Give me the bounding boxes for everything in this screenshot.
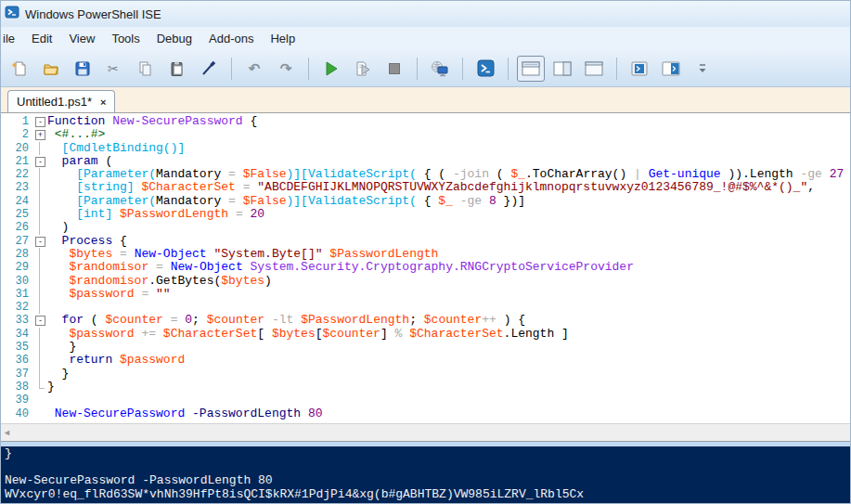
fold-collapse-icon[interactable]: -	[33, 314, 47, 327]
clear-console-pane-button[interactable]	[195, 56, 223, 82]
cut-button[interactable]: ✂	[100, 56, 128, 82]
console-pane[interactable]: }New-SecurePassword -PasswordLength 80WV…	[1, 446, 850, 504]
new-remote-powershell-tab-button[interactable]	[426, 56, 454, 82]
fold-guide	[33, 142, 47, 155]
code-line-34[interactable]: 34 $password += $CharacterSet[ $bytes[$c…	[1, 328, 850, 341]
start-powershell-button[interactable]	[471, 56, 499, 82]
code-line-2[interactable]: 2+ <#...#>	[1, 128, 850, 141]
stop-icon	[386, 60, 403, 77]
fold-guide	[33, 301, 47, 314]
code-line-28[interactable]: 28 $bytes = New-Object "System.Byte[]" $…	[1, 248, 850, 261]
new-script-button[interactable]	[6, 56, 33, 82]
app-icon	[5, 5, 19, 23]
line-number: 28	[1, 248, 33, 261]
redo-icon: ↷	[280, 60, 292, 77]
code-text: return $password	[47, 354, 185, 367]
line-number: 24	[1, 195, 33, 208]
code-line-37[interactable]: 37 }	[1, 368, 850, 381]
code-text: )	[47, 221, 69, 234]
menu-item-file[interactable]: ile	[1, 29, 23, 48]
fold-guide	[33, 354, 47, 367]
menu-item-view[interactable]: View	[60, 29, 103, 48]
clear-console-icon	[200, 60, 217, 77]
scroll-left-arrow-icon[interactable]: ◄	[3, 428, 11, 437]
code-line-40[interactable]: 40 New-SecurePassword -PasswordLength 80	[1, 407, 850, 420]
toolbar-overflow-button[interactable]	[689, 56, 716, 82]
save-icon	[74, 60, 91, 77]
toolbar-separator	[417, 58, 418, 80]
code-text: [Parameter(Mandatory = $False)][Validate…	[47, 195, 525, 208]
code-line-20[interactable]: 20 [CmdletBinding()]	[1, 142, 850, 155]
code-line-35[interactable]: 35 }	[1, 341, 850, 354]
line-number: 31	[1, 288, 33, 301]
redo-button[interactable]: ↷	[272, 56, 300, 82]
menu-item-debug[interactable]: Debug	[148, 29, 200, 48]
show-console-pane-button[interactable]	[657, 56, 685, 82]
line-number: 35	[1, 341, 33, 354]
code-line-23[interactable]: 23 [string] $CharacterSet = "ABCDEFGHIJK…	[1, 181, 850, 194]
fold-collapse-icon[interactable]: -	[33, 235, 47, 248]
horizontal-scrollbar[interactable]: ◄	[1, 423, 850, 442]
show-script-pane-top-button[interactable]	[517, 56, 545, 82]
code-line-39[interactable]: 39	[1, 394, 850, 407]
undo-button[interactable]: ↶	[240, 56, 268, 82]
show-script-pane-maximized-button[interactable]	[580, 56, 608, 82]
fold-collapse-icon[interactable]: -	[33, 115, 47, 128]
powershell-tab-icon	[630, 60, 649, 77]
code-line-25[interactable]: 25 [int] $PasswordLength = 20	[1, 208, 850, 221]
code-line-24[interactable]: 24 [Parameter(Mandatory = $False)][Valid…	[1, 195, 850, 208]
script-pane[interactable]: 1-Function New-SecurePassword {2+ <#...#…	[1, 113, 850, 423]
code-text: $randomisor.GetBytes($bytes)	[47, 275, 272, 288]
code-line-26[interactable]: 26 )	[1, 221, 850, 234]
code-line-29[interactable]: 29 $randomisor = New-Object System.Secur…	[1, 261, 850, 274]
run-selection-button[interactable]	[349, 56, 377, 82]
line-number: 34	[1, 328, 33, 341]
fold-gutter	[33, 407, 47, 420]
copy-icon	[137, 60, 154, 77]
code-line-22[interactable]: 22 [Parameter(Mandatory = $False)][Valid…	[1, 168, 850, 181]
save-script-button[interactable]	[69, 56, 97, 82]
line-number: 1	[1, 115, 33, 128]
copy-button[interactable]	[132, 56, 160, 82]
code-line-21[interactable]: 21- param (	[1, 155, 850, 168]
fold-guide	[33, 368, 47, 381]
close-icon[interactable]: ×	[100, 97, 106, 108]
code-text: $password += $CharacterSet[ $bytes[$coun…	[47, 328, 569, 341]
show-script-pane-right-button[interactable]	[548, 56, 576, 82]
line-number: 30	[1, 275, 33, 288]
line-number: 32	[1, 301, 33, 314]
fold-collapse-icon[interactable]: -	[33, 155, 47, 168]
code-line-30[interactable]: 30 $randomisor.GetBytes($bytes)	[1, 275, 850, 288]
code-line-31[interactable]: 31 $password = ""	[1, 288, 850, 301]
fold-guide	[33, 275, 47, 288]
stop-operation-button[interactable]	[380, 56, 408, 82]
menu-item-addons[interactable]: Add-ons	[200, 29, 262, 48]
menu-item-help[interactable]: Help	[262, 29, 303, 48]
toolbar-separator	[308, 58, 309, 80]
pane-max-icon	[585, 61, 603, 76]
code-line-1[interactable]: 1-Function New-SecurePassword {	[1, 115, 850, 128]
menu-item-edit[interactable]: Edit	[23, 29, 60, 48]
toolbar: ✂↶↷	[1, 50, 850, 87]
code-line-38[interactable]: 38}	[1, 381, 850, 394]
run-script-button[interactable]	[317, 56, 345, 82]
open-script-button[interactable]	[37, 56, 65, 82]
menu-item-tools[interactable]: Tools	[103, 29, 148, 48]
fold-expand-icon[interactable]: +	[33, 128, 47, 141]
paste-button[interactable]	[163, 56, 191, 82]
code-text: $bytes = New-Object "System.Byte[]" $Pas…	[47, 248, 438, 261]
code-line-32[interactable]: 32	[1, 301, 850, 314]
toolbar-separator	[231, 58, 232, 80]
tab-untitled1[interactable]: Untitled1.ps1* ×	[7, 90, 115, 112]
code-line-27[interactable]: 27- Process {	[1, 235, 850, 248]
code-text: New-SecurePassword -PasswordLength 80	[47, 407, 323, 420]
line-number: 37	[1, 368, 33, 381]
new-powershell-tab-button[interactable]	[625, 56, 653, 82]
line-number: 22	[1, 168, 33, 181]
undo-icon: ↶	[249, 60, 261, 77]
toolbar-separator	[462, 58, 463, 80]
code-line-36[interactable]: 36 return $password	[1, 354, 850, 367]
pane-right-icon	[553, 61, 572, 76]
line-number: 20	[1, 142, 33, 155]
code-line-33[interactable]: 33- for ( $counter = 0; $counter -lt $Pa…	[1, 314, 850, 327]
